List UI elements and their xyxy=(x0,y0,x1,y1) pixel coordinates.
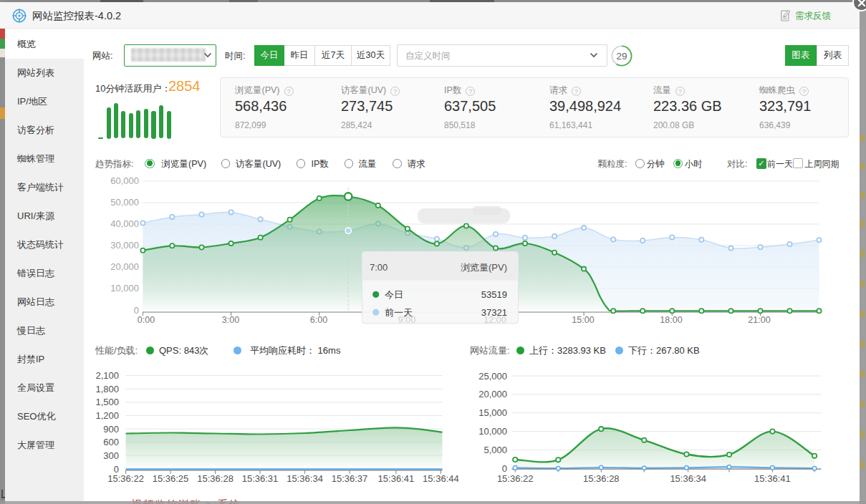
svg-text:6:00: 6:00 xyxy=(310,315,327,325)
svg-text:50,000: 50,000 xyxy=(110,197,139,208)
svg-text:15:36:22: 15:36:22 xyxy=(107,473,144,484)
svg-text:10,000: 10,000 xyxy=(478,426,507,437)
svg-text:12:00: 12:00 xyxy=(483,315,506,325)
svg-text:今日: 今日 xyxy=(385,289,403,300)
svg-text:20,000: 20,000 xyxy=(478,389,507,399)
svg-text:15:36:22: 15:36:22 xyxy=(497,473,534,484)
svg-text:300: 300 xyxy=(103,450,119,461)
svg-text:15:36:28: 15:36:28 xyxy=(197,473,234,484)
svg-text:15:36:31: 15:36:31 xyxy=(242,473,279,484)
svg-text:15:36:41: 15:36:41 xyxy=(378,473,415,484)
svg-text:15:36:41: 15:36:41 xyxy=(754,473,791,484)
svg-text:18:00: 18:00 xyxy=(660,315,682,325)
svg-text:53519: 53519 xyxy=(481,289,507,300)
svg-text:15:36:34: 15:36:34 xyxy=(287,473,323,484)
svg-text:7:00: 7:00 xyxy=(370,262,388,273)
svg-text:40,000: 40,000 xyxy=(110,218,139,229)
svg-text:5,000: 5,000 xyxy=(483,445,507,455)
svg-text:15:36:25: 15:36:25 xyxy=(153,473,189,484)
svg-text:9:00: 9:00 xyxy=(398,315,415,325)
svg-text:3:00: 3:00 xyxy=(222,315,239,325)
svg-text:900: 900 xyxy=(103,424,119,435)
svg-text:1,200: 1,200 xyxy=(95,410,119,421)
svg-text:15:36:34: 15:36:34 xyxy=(670,473,706,484)
svg-text:25,000: 25,000 xyxy=(478,371,507,382)
svg-text:10,000: 10,000 xyxy=(110,283,139,294)
svg-text:1,500: 1,500 xyxy=(95,397,119,407)
svg-text:20,000: 20,000 xyxy=(110,261,139,272)
svg-text:1,800: 1,800 xyxy=(95,384,119,394)
svg-text:15:36:28: 15:36:28 xyxy=(583,473,620,484)
svg-text:0:00: 0:00 xyxy=(138,315,155,325)
svg-text:15:36:37: 15:36:37 xyxy=(332,473,368,484)
svg-text:15,000: 15,000 xyxy=(478,407,507,418)
svg-text:2,100: 2,100 xyxy=(95,370,119,381)
svg-text:21:00: 21:00 xyxy=(748,315,770,325)
svg-text:15:00: 15:00 xyxy=(572,315,594,325)
svg-text:浏览量(PV): 浏览量(PV) xyxy=(461,262,507,273)
svg-text:30,000: 30,000 xyxy=(110,240,139,251)
svg-text:0: 0 xyxy=(134,305,139,316)
svg-text:60,000: 60,000 xyxy=(110,175,139,186)
svg-text:15:36:44: 15:36:44 xyxy=(423,473,459,484)
svg-text:600: 600 xyxy=(103,437,119,447)
